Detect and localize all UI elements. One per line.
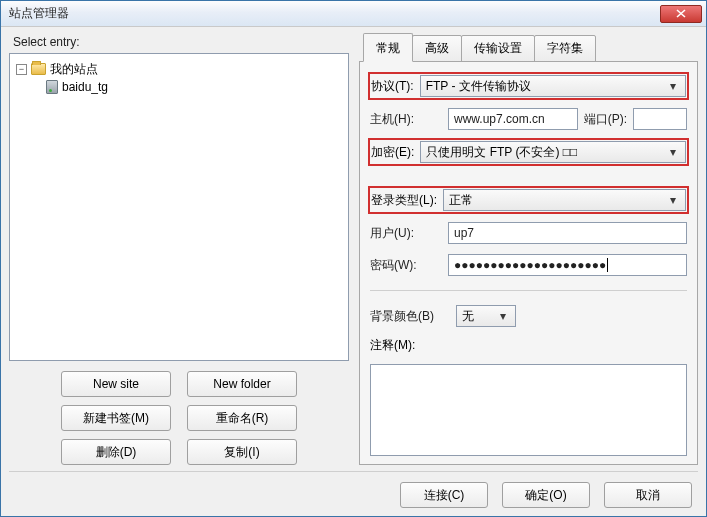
tab-advanced[interactable]: 高级 bbox=[412, 35, 462, 62]
titlebar: 站点管理器 bbox=[1, 1, 706, 27]
tree-root-label: 我的站点 bbox=[50, 61, 98, 78]
host-row: 主机(H): www.up7.com.cn 端口(P): bbox=[370, 108, 687, 130]
protocol-value: FTP - 文件传输协议 bbox=[426, 78, 531, 95]
user-label: 用户(U): bbox=[370, 225, 442, 242]
protocol-row: 协议(T): FTP - 文件传输协议 ▾ bbox=[370, 74, 687, 98]
logon-row: 登录类型(L): 正常 ▾ bbox=[370, 188, 687, 212]
chevron-down-icon: ▾ bbox=[665, 79, 681, 93]
connect-button[interactable]: 连接(C) bbox=[400, 482, 488, 508]
tree-root[interactable]: − 我的站点 bbox=[16, 60, 342, 78]
password-label: 密码(W): bbox=[370, 257, 442, 274]
left-pane: Select entry: − 我的站点 baidu_tg New site N… bbox=[9, 33, 349, 465]
new-folder-button[interactable]: New folder bbox=[187, 371, 297, 397]
tab-charset[interactable]: 字符集 bbox=[534, 35, 596, 62]
port-input[interactable] bbox=[633, 108, 687, 130]
dialog-footer: 连接(C) 确定(O) 取消 bbox=[9, 472, 698, 508]
site-tree[interactable]: − 我的站点 baidu_tg bbox=[9, 53, 349, 361]
logon-value: 正常 bbox=[449, 192, 473, 209]
separator bbox=[370, 290, 687, 291]
encryption-label: 加密(E): bbox=[371, 144, 414, 161]
bgcolor-row: 背景颜色(B) 无 ▾ bbox=[370, 305, 687, 327]
user-input[interactable]: up7 bbox=[448, 222, 687, 244]
right-pane: 常规 高级 传输设置 字符集 协议(T): FTP - 文件传输协议 ▾ 主机 bbox=[359, 33, 698, 465]
password-mask: ●●●●●●●●●●●●●●●●●●●●● bbox=[454, 258, 606, 272]
ok-button[interactable]: 确定(O) bbox=[502, 482, 590, 508]
encryption-row: 加密(E): 只使用明文 FTP (不安全) □□ ▾ bbox=[370, 140, 687, 164]
chevron-down-icon: ▾ bbox=[665, 145, 681, 159]
host-label: 主机(H): bbox=[370, 111, 442, 128]
copy-button[interactable]: 复制(I) bbox=[187, 439, 297, 465]
bgcolor-label: 背景颜色(B) bbox=[370, 308, 450, 325]
notes-label: 注释(M): bbox=[370, 337, 687, 354]
password-row: 密码(W): ●●●●●●●●●●●●●●●●●●●●● bbox=[370, 254, 687, 276]
close-icon bbox=[676, 9, 686, 18]
close-button[interactable] bbox=[660, 5, 702, 23]
notes-textarea[interactable] bbox=[370, 364, 687, 456]
new-bookmark-button[interactable]: 新建书签(M) bbox=[61, 405, 171, 431]
window-title: 站点管理器 bbox=[9, 5, 660, 22]
select-entry-label: Select entry: bbox=[13, 35, 349, 49]
protocol-select[interactable]: FTP - 文件传输协议 ▾ bbox=[420, 75, 686, 97]
new-site-button[interactable]: New site bbox=[61, 371, 171, 397]
tab-transfer[interactable]: 传输设置 bbox=[461, 35, 535, 62]
site-buttons: New site New folder 新建书签(M) 重命名(R) 删除(D)… bbox=[61, 371, 297, 465]
port-label: 端口(P): bbox=[584, 111, 627, 128]
password-input[interactable]: ●●●●●●●●●●●●●●●●●●●●● bbox=[448, 254, 687, 276]
server-icon bbox=[46, 80, 58, 94]
cancel-button[interactable]: 取消 bbox=[604, 482, 692, 508]
tab-bar: 常规 高级 传输设置 字符集 bbox=[359, 33, 698, 62]
chevron-down-icon: ▾ bbox=[495, 309, 511, 323]
tree-site[interactable]: baidu_tg bbox=[16, 78, 342, 96]
chevron-down-icon: ▾ bbox=[665, 193, 681, 207]
bgcolor-value: 无 bbox=[462, 308, 474, 325]
text-cursor bbox=[607, 258, 608, 272]
rename-button[interactable]: 重命名(R) bbox=[187, 405, 297, 431]
encryption-value: 只使用明文 FTP (不安全) □□ bbox=[426, 144, 577, 161]
logon-select[interactable]: 正常 ▾ bbox=[443, 189, 686, 211]
tab-general[interactable]: 常规 bbox=[363, 33, 413, 62]
bgcolor-select[interactable]: 无 ▾ bbox=[456, 305, 516, 327]
site-manager-window: 站点管理器 Select entry: − 我的站点 baidu_tg bbox=[0, 0, 707, 517]
user-row: 用户(U): up7 bbox=[370, 222, 687, 244]
folder-icon bbox=[31, 63, 46, 75]
general-panel: 协议(T): FTP - 文件传输协议 ▾ 主机(H): www.up7.com… bbox=[359, 62, 698, 465]
protocol-label: 协议(T): bbox=[371, 78, 414, 95]
collapse-icon[interactable]: − bbox=[16, 64, 27, 75]
tree-site-label: baidu_tg bbox=[62, 80, 108, 94]
encryption-select[interactable]: 只使用明文 FTP (不安全) □□ ▾ bbox=[420, 141, 686, 163]
delete-button[interactable]: 删除(D) bbox=[61, 439, 171, 465]
host-input[interactable]: www.up7.com.cn bbox=[448, 108, 578, 130]
logon-label: 登录类型(L): bbox=[371, 192, 437, 209]
